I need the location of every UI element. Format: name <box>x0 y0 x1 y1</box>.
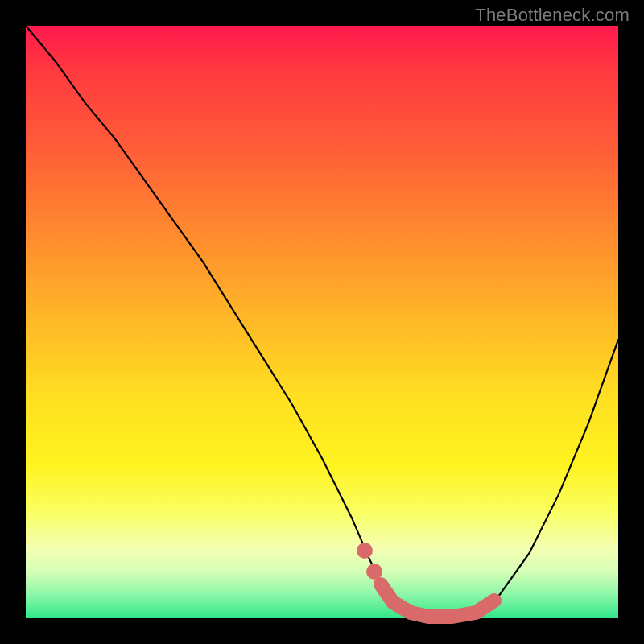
bottleneck-curve <box>26 26 618 618</box>
plot-area <box>26 26 618 618</box>
chart-stage: TheBottleneck.com <box>0 0 644 644</box>
curve-layer <box>26 26 618 618</box>
highlight-dot-icon <box>366 564 382 580</box>
watermark-text: TheBottleneck.com <box>475 5 630 26</box>
highlight-dot-icon <box>357 543 373 559</box>
optimal-zone-highlight <box>381 584 494 617</box>
